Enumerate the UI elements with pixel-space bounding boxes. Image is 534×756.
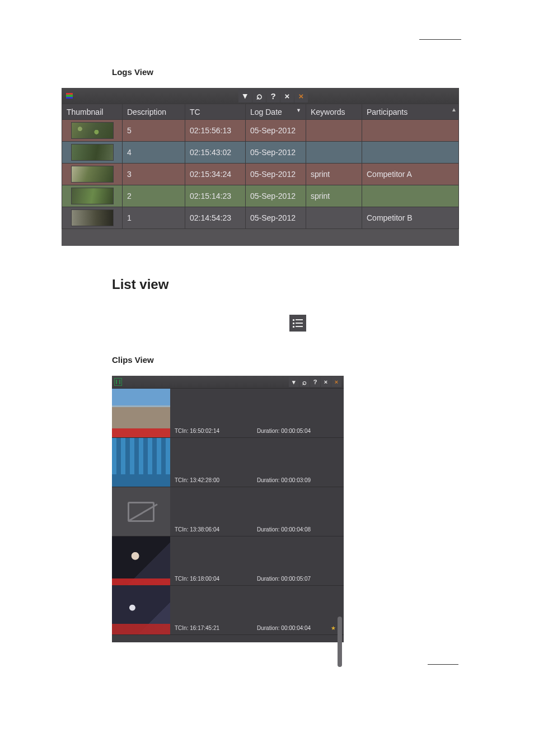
clip-info: TCIn: 13:38:06:04Duration: 00:00:04:08 [170,487,344,536]
clip-duration: Duration: 00:00:04:08 [257,526,339,533]
col-log-date[interactable]: Log Date ▼ [246,104,306,120]
thumbnail [71,144,114,161]
cell-keywords: sprint [306,164,362,185]
clip-panel-icon[interactable] [114,378,122,386]
scroll-up-icon[interactable]: ▲ [451,106,457,113]
cell-log-date: 05-Sep-2012 [246,207,306,229]
col-keywords[interactable]: Keywords [306,104,362,120]
list-item[interactable]: TCIn: 16:18:00:04Duration: 00:00:05:07 [112,536,344,585]
list-view-heading: List view [112,277,534,292]
list-item[interactable]: TCIn: 16:17:45:21Duration: 00:00:04:04★ [112,585,344,634]
clip-info: TCIn: 16:50:02:14Duration: 00:00:05:04 [170,389,344,437]
thumbnail [71,209,114,226]
list-item[interactable]: TCIn: 13:38:06:04Duration: 00:00:04:08 [112,487,344,536]
cell-log-date: 05-Sep-2012 [246,164,306,185]
clip-info: TCIn: 13:42:28:00Duration: 00:00:03:09 [170,438,344,487]
cell-tc: 02:15:56:13 [185,120,246,142]
clip-tcin: TCIn: 13:42:28:00 [175,477,257,483]
cell-description: 5 [123,120,185,142]
table-row[interactable]: 302:15:34:2405-Sep-2012sprintCompetitor … [62,164,459,185]
cell-log-date: 05-Sep-2012 [246,185,306,207]
cell-tc: 02:15:34:24 [185,164,246,185]
logs-table: Thumbnail Description TC Log Date ▼ Keyw… [62,104,459,229]
footer-rule [428,664,458,665]
header-rule [419,39,461,40]
cell-participants: Competitor A [362,164,459,185]
clip-tcin: TCIn: 13:38:06:04 [175,526,257,533]
cell-participants [362,120,459,142]
search-icon[interactable]: ⌕ [252,89,266,102]
col-tc[interactable]: TC [185,104,246,120]
logs-panel: ▾ ⌕ ? × × ▲ Thumbnail Description TC Log… [62,88,459,246]
clips-toolbar: ▾ ⌕ ? × × [112,376,344,388]
clip-duration: Duration: 00:00:04:04 [257,625,339,631]
clip-duration: Duration: 00:00:05:04 [257,428,339,434]
list-item[interactable]: TCIn: 16:50:02:14Duration: 00:00:05:04 [112,388,344,437]
star-icon: ★ [331,625,336,631]
cell-tc: 02:15:43:02 [185,142,246,164]
clip-tcin: TCIn: 16:18:00:04 [175,576,257,582]
clips-panel: ▾ ⌕ ? × × ▲ TCIn: 16:50:02:14Duration: 0… [112,376,344,642]
cell-log-date: 05-Sep-2012 [246,120,306,142]
clip-info: TCIn: 16:17:45:21Duration: 00:00:04:04 [170,586,344,634]
table-row[interactable]: 402:15:43:0205-Sep-2012 [62,142,459,164]
clip-thumbnail [112,536,170,585]
cell-tc: 02:14:54:23 [185,207,246,229]
cell-description: 2 [123,185,185,207]
close-all-icon[interactable]: × [294,89,308,102]
clip-thumbnail [112,586,170,634]
sort-indicator-icon: ▼ [296,108,301,113]
cell-log-date: 05-Sep-2012 [246,142,306,164]
table-row[interactable]: 502:15:56:1305-Sep-2012 [62,120,459,142]
clip-duration: Duration: 00:00:05:07 [257,576,339,582]
no-media-icon [128,502,154,522]
clip-info: TCIn: 16:18:00:04Duration: 00:00:05:07 [170,536,344,585]
clip-duration: Duration: 00:00:03:09 [257,477,339,483]
thumbnail [71,166,114,183]
clips-dropdown[interactable]: ▾ [289,377,299,387]
col-log-date-label: Log Date [250,108,282,116]
list-item[interactable]: TCIn: 13:42:28:00Duration: 00:00:03:09 [112,437,344,487]
clips-help-icon[interactable]: ? [310,377,320,387]
clips-close-all-icon[interactable]: × [331,377,341,387]
cell-keywords: sprint [306,185,362,207]
col-description[interactable]: Description [123,104,185,120]
thumbnail [71,122,114,139]
logs-toolbar: ▾ ⌕ ? × × [62,88,459,104]
table-row[interactable]: 202:15:14:2305-Sep-2012sprint [62,185,459,207]
table-row[interactable]: 102:14:54:2305-Sep-2012Competitor B [62,207,459,229]
list-view-icon[interactable] [289,315,306,332]
clip-tcin: TCIn: 16:17:45:21 [175,625,257,631]
clips-partial-row [112,634,344,642]
cell-tc: 02:15:14:23 [185,185,246,207]
toolbar-dropdown[interactable]: ▾ [238,89,252,102]
row-color-icon[interactable] [65,91,74,100]
col-thumbnail[interactable]: Thumbnail [62,104,123,120]
clip-thumbnail [112,389,170,437]
logs-view-heading: Logs View [112,67,534,77]
cell-participants [362,142,459,164]
thumbnail [71,188,114,204]
clips-search-icon[interactable]: ⌕ [299,377,310,387]
cell-participants [362,185,459,207]
cell-participants: Competitor B [362,207,459,229]
clip-thumbnail [112,438,170,487]
help-icon[interactable]: ? [266,89,280,102]
cell-description: 3 [123,164,185,185]
cell-keywords [306,142,362,164]
clips-close-icon[interactable]: × [321,377,331,387]
cell-keywords [306,207,362,229]
clip-tcin: TCIn: 16:50:02:14 [175,428,257,434]
col-participants[interactable]: Participants [362,104,459,120]
close-icon[interactable]: × [280,89,294,102]
clip-thumbnail [112,487,170,536]
cell-description: 4 [123,142,185,164]
cell-description: 1 [123,207,185,229]
cell-keywords [306,120,362,142]
clips-view-heading: Clips View [112,355,534,365]
clips-scrollbar[interactable] [338,617,342,667]
